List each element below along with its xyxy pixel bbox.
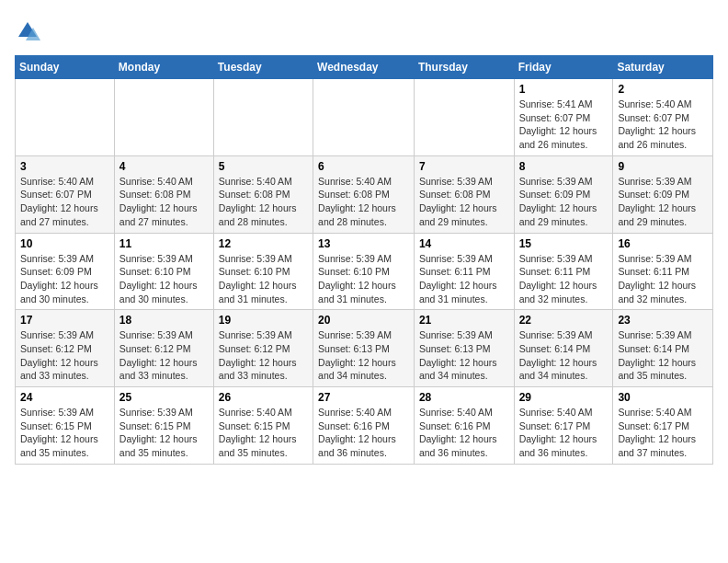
day-number: 21 [419, 314, 509, 327]
calendar-cell [16, 79, 115, 156]
calendar-week-row: 24Sunrise: 5:39 AM Sunset: 6:15 PM Dayli… [16, 387, 713, 465]
day-info: Sunrise: 5:39 AM Sunset: 6:12 PM Dayligh… [119, 328, 209, 383]
header-thursday: Thursday [414, 56, 514, 79]
day-info: Sunrise: 5:40 AM Sunset: 6:15 PM Dayligh… [219, 406, 308, 460]
calendar-cell: 11Sunrise: 5:39 AM Sunset: 6:10 PM Dayli… [114, 233, 213, 310]
calendar-cell: 15Sunrise: 5:39 AM Sunset: 6:11 PM Dayli… [514, 233, 613, 310]
calendar-cell [414, 79, 514, 156]
day-info: Sunrise: 5:40 AM Sunset: 6:07 PM Dayligh… [618, 98, 708, 152]
calendar-cell: 23Sunrise: 5:39 AM Sunset: 6:14 PM Dayli… [613, 310, 713, 387]
calendar-header-row: SundayMondayTuesdayWednesdayThursdayFrid… [16, 56, 713, 79]
day-number: 2 [618, 83, 708, 96]
calendar-cell: 3Sunrise: 5:40 AM Sunset: 6:07 PM Daylig… [16, 155, 115, 233]
day-number: 12 [219, 237, 308, 250]
day-number: 16 [618, 237, 708, 250]
day-number: 24 [20, 391, 109, 404]
day-info: Sunrise: 5:39 AM Sunset: 6:08 PM Dayligh… [419, 175, 509, 229]
day-info: Sunrise: 5:39 AM Sunset: 6:10 PM Dayligh… [119, 252, 209, 306]
day-info: Sunrise: 5:39 AM Sunset: 6:11 PM Dayligh… [618, 252, 708, 306]
day-number: 14 [419, 237, 509, 250]
day-number: 5 [219, 160, 308, 173]
day-number: 13 [318, 237, 409, 250]
calendar-cell: 13Sunrise: 5:39 AM Sunset: 6:10 PM Dayli… [313, 233, 415, 310]
calendar-cell: 9Sunrise: 5:39 AM Sunset: 6:09 PM Daylig… [613, 155, 713, 233]
calendar-cell: 7Sunrise: 5:39 AM Sunset: 6:08 PM Daylig… [414, 155, 514, 233]
day-number: 1 [519, 83, 609, 96]
calendar-cell: 20Sunrise: 5:39 AM Sunset: 6:13 PM Dayli… [313, 310, 415, 387]
day-info: Sunrise: 5:40 AM Sunset: 6:07 PM Dayligh… [20, 175, 109, 229]
calendar-cell: 22Sunrise: 5:39 AM Sunset: 6:14 PM Dayli… [514, 310, 613, 387]
day-info: Sunrise: 5:40 AM Sunset: 6:17 PM Dayligh… [519, 406, 609, 460]
calendar-cell: 27Sunrise: 5:40 AM Sunset: 6:16 PM Dayli… [313, 387, 415, 465]
day-info: Sunrise: 5:39 AM Sunset: 6:14 PM Dayligh… [618, 328, 708, 383]
calendar-cell [313, 79, 415, 156]
day-number: 23 [618, 314, 708, 327]
calendar-cell: 6Sunrise: 5:40 AM Sunset: 6:08 PM Daylig… [313, 155, 415, 233]
calendar-cell: 5Sunrise: 5:40 AM Sunset: 6:08 PM Daylig… [213, 155, 313, 233]
day-info: Sunrise: 5:40 AM Sunset: 6:16 PM Dayligh… [318, 406, 409, 460]
day-info: Sunrise: 5:39 AM Sunset: 6:13 PM Dayligh… [419, 328, 509, 383]
day-number: 15 [519, 237, 609, 250]
day-number: 8 [519, 160, 609, 173]
header-friday: Friday [514, 56, 613, 79]
day-info: Sunrise: 5:40 AM Sunset: 6:08 PM Dayligh… [219, 175, 308, 229]
day-number: 3 [20, 160, 109, 173]
day-info: Sunrise: 5:40 AM Sunset: 6:08 PM Dayligh… [318, 175, 409, 229]
day-info: Sunrise: 5:40 AM Sunset: 6:16 PM Dayligh… [419, 406, 509, 460]
calendar-table: SundayMondayTuesdayWednesdayThursdayFrid… [15, 55, 713, 465]
day-number: 18 [119, 314, 209, 327]
calendar-cell: 12Sunrise: 5:39 AM Sunset: 6:10 PM Dayli… [213, 233, 313, 310]
day-info: Sunrise: 5:40 AM Sunset: 6:08 PM Dayligh… [119, 175, 209, 229]
day-number: 7 [419, 160, 509, 173]
day-number: 11 [119, 237, 209, 250]
day-number: 6 [318, 160, 409, 173]
calendar-cell: 24Sunrise: 5:39 AM Sunset: 6:15 PM Dayli… [16, 387, 115, 465]
day-number: 29 [519, 391, 609, 404]
day-info: Sunrise: 5:39 AM Sunset: 6:10 PM Dayligh… [219, 252, 308, 306]
header-wednesday: Wednesday [313, 56, 415, 79]
day-info: Sunrise: 5:39 AM Sunset: 6:12 PM Dayligh… [20, 328, 109, 383]
calendar-cell: 16Sunrise: 5:39 AM Sunset: 6:11 PM Dayli… [613, 233, 713, 310]
page-header [15, 15, 713, 44]
day-info: Sunrise: 5:39 AM Sunset: 6:09 PM Dayligh… [618, 175, 708, 229]
calendar-week-row: 1Sunrise: 5:41 AM Sunset: 6:07 PM Daylig… [16, 79, 713, 156]
calendar-cell: 21Sunrise: 5:39 AM Sunset: 6:13 PM Dayli… [414, 310, 514, 387]
calendar-cell [114, 79, 213, 156]
day-number: 17 [20, 314, 109, 327]
header-tuesday: Tuesday [213, 56, 313, 79]
logo [15, 15, 44, 44]
day-number: 26 [219, 391, 308, 404]
day-number: 9 [618, 160, 708, 173]
day-number: 20 [318, 314, 409, 327]
calendar-cell: 14Sunrise: 5:39 AM Sunset: 6:11 PM Dayli… [414, 233, 514, 310]
calendar-cell: 18Sunrise: 5:39 AM Sunset: 6:12 PM Dayli… [114, 310, 213, 387]
calendar-cell: 4Sunrise: 5:40 AM Sunset: 6:08 PM Daylig… [114, 155, 213, 233]
day-info: Sunrise: 5:39 AM Sunset: 6:11 PM Dayligh… [419, 252, 509, 306]
header-sunday: Sunday [16, 56, 115, 79]
day-number: 25 [119, 391, 209, 404]
calendar-cell: 25Sunrise: 5:39 AM Sunset: 6:15 PM Dayli… [114, 387, 213, 465]
day-number: 22 [519, 314, 609, 327]
calendar-cell: 28Sunrise: 5:40 AM Sunset: 6:16 PM Dayli… [414, 387, 514, 465]
calendar-cell: 8Sunrise: 5:39 AM Sunset: 6:09 PM Daylig… [514, 155, 613, 233]
day-number: 19 [219, 314, 308, 327]
day-info: Sunrise: 5:39 AM Sunset: 6:13 PM Dayligh… [318, 328, 409, 383]
header-saturday: Saturday [613, 56, 713, 79]
calendar-week-row: 3Sunrise: 5:40 AM Sunset: 6:07 PM Daylig… [16, 155, 713, 233]
calendar-cell: 17Sunrise: 5:39 AM Sunset: 6:12 PM Dayli… [16, 310, 115, 387]
calendar-week-row: 17Sunrise: 5:39 AM Sunset: 6:12 PM Dayli… [16, 310, 713, 387]
calendar-cell: 1Sunrise: 5:41 AM Sunset: 6:07 PM Daylig… [514, 79, 613, 156]
day-info: Sunrise: 5:39 AM Sunset: 6:10 PM Dayligh… [318, 252, 409, 306]
day-info: Sunrise: 5:39 AM Sunset: 6:12 PM Dayligh… [219, 328, 308, 383]
day-info: Sunrise: 5:39 AM Sunset: 6:09 PM Dayligh… [519, 175, 609, 229]
day-info: Sunrise: 5:41 AM Sunset: 6:07 PM Dayligh… [519, 98, 609, 152]
header-monday: Monday [114, 56, 213, 79]
day-info: Sunrise: 5:39 AM Sunset: 6:09 PM Dayligh… [20, 252, 109, 306]
calendar-cell [213, 79, 313, 156]
day-info: Sunrise: 5:40 AM Sunset: 6:17 PM Dayligh… [618, 406, 708, 460]
day-info: Sunrise: 5:39 AM Sunset: 6:15 PM Dayligh… [20, 406, 109, 460]
calendar-week-row: 10Sunrise: 5:39 AM Sunset: 6:09 PM Dayli… [16, 233, 713, 310]
logo-icon [15, 18, 40, 44]
day-number: 27 [318, 391, 409, 404]
calendar-cell: 26Sunrise: 5:40 AM Sunset: 6:15 PM Dayli… [213, 387, 313, 465]
